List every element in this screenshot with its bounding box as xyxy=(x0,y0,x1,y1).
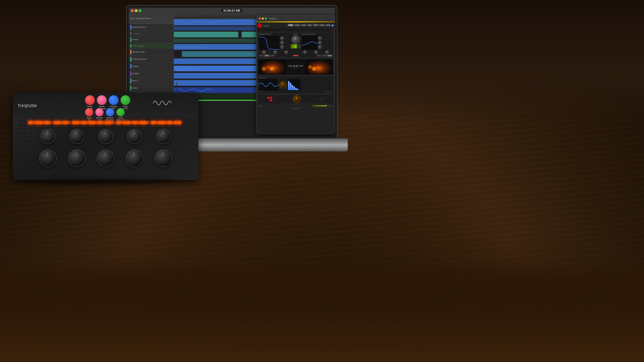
knob-row-bottom xyxy=(33,149,178,167)
red-dot-dim xyxy=(273,97,275,99)
hw-knob-4[interactable] xyxy=(127,129,142,144)
led xyxy=(130,121,132,124)
plugin-minimize[interactable] xyxy=(262,18,264,20)
led xyxy=(86,121,88,124)
hw-knob-6[interactable] xyxy=(39,149,57,167)
mode-btn-4[interactable]: LP xyxy=(316,55,321,57)
bassline-drive-button[interactable] xyxy=(95,108,104,116)
guitar-harmonics-button[interactable] xyxy=(116,108,125,116)
plugin-nav-main[interactable]: Main xyxy=(288,24,294,26)
track-item[interactable]: Bassline xyxy=(129,70,174,77)
mode-btn-1[interactable]: LP xyxy=(259,55,264,57)
mode-btn-2[interactable]: BP xyxy=(264,55,269,57)
red-dot-dim xyxy=(267,99,269,101)
track-item[interactable]: Bassline (Piano) xyxy=(129,24,174,31)
track-item[interactable]: — subtrack xyxy=(129,31,174,36)
led xyxy=(156,121,158,124)
plugin-nav-gate[interactable]: Gate xyxy=(294,24,300,26)
track-item[interactable]: Bass 1 xyxy=(129,77,174,84)
svg-point-5 xyxy=(270,67,274,71)
filter-bottom-knob-2[interactable] xyxy=(273,50,277,54)
mode-btn-5[interactable]: BP xyxy=(322,55,327,57)
led xyxy=(149,121,151,124)
tube-ctrl-2[interactable] xyxy=(298,65,303,67)
right-filter-knob-3[interactable] xyxy=(318,45,322,49)
master-cutoff-button[interactable] xyxy=(85,95,95,105)
mode-btn-3[interactable]: HP xyxy=(270,55,275,57)
preset-row: ● --- ● xyxy=(258,28,334,31)
filter-knob-1[interactable] xyxy=(280,37,284,40)
svg-point-4 xyxy=(266,65,269,68)
hw-knob-7[interactable] xyxy=(68,149,86,167)
track-item[interactable]: Bassline Guitar xyxy=(129,48,174,56)
led xyxy=(160,121,163,124)
harmonics-knob[interactable] xyxy=(279,81,286,89)
svg-point-7 xyxy=(312,67,316,71)
right-filter-knob-2[interactable] xyxy=(318,41,322,45)
filter-bottom-knob-6[interactable] xyxy=(325,50,329,54)
fullscreen-button[interactable] xyxy=(139,9,141,12)
minimize-button[interactable] xyxy=(135,9,138,12)
close-button[interactable] xyxy=(131,9,134,12)
led xyxy=(107,121,109,124)
plugin-nav-midi[interactable]: MIDI xyxy=(313,24,319,26)
master-mix-button[interactable] xyxy=(85,108,93,116)
harmonics-section: Harmonics xyxy=(258,76,334,94)
filter-bottom-knob-3[interactable] xyxy=(284,50,288,54)
plugin-titlebar: freqtube xyxy=(257,16,335,21)
tube-ctrl-1[interactable] xyxy=(288,65,293,67)
hw-knob-3[interactable] xyxy=(98,129,113,144)
mode-btn-6[interactable]: HP xyxy=(327,55,332,57)
led xyxy=(70,121,72,124)
drive-knob[interactable] xyxy=(292,36,300,44)
right-filter-controls xyxy=(302,36,333,50)
hw-knob-8[interactable] xyxy=(97,149,115,167)
waveform-logo-icon xyxy=(152,97,173,109)
track-item[interactable]: freqspin xyxy=(129,63,174,70)
guitar-drive-button[interactable] xyxy=(121,95,130,105)
led xyxy=(47,121,49,124)
filter-bottom-knob-1[interactable] xyxy=(262,50,266,54)
hw-knob-1[interactable] xyxy=(40,129,56,144)
bassline-harmonics-button[interactable] xyxy=(106,108,114,116)
filter-knob-3[interactable] xyxy=(280,45,284,49)
parallel-filter-label: PARALLEL FILTER xyxy=(302,33,333,35)
preset-red-dot: ● xyxy=(332,29,333,31)
hw-knob-5[interactable] xyxy=(156,129,171,144)
right-filter-knob-1[interactable] xyxy=(318,37,322,40)
mix-knob[interactable] xyxy=(293,95,301,103)
plugin-title-text: freqtube xyxy=(269,18,276,20)
master-harmonics-button[interactable] xyxy=(97,95,107,105)
filter-bottom-knob-4[interactable] xyxy=(303,50,307,54)
led xyxy=(35,121,37,124)
track-item[interactable]: Guitar ambience xyxy=(129,43,174,48)
led xyxy=(177,121,179,124)
plugin-close[interactable] xyxy=(259,18,261,20)
noise-meter xyxy=(312,105,333,106)
led xyxy=(96,121,98,124)
hw-knob-2[interactable] xyxy=(69,129,84,144)
track-item[interactable]: Guitar (ambience) xyxy=(129,56,174,63)
filter-bottom-knob-5[interactable] xyxy=(314,50,318,54)
led xyxy=(114,121,116,124)
plugin-expand[interactable] xyxy=(265,18,267,20)
plugin-nav-view[interactable]: View xyxy=(319,24,325,26)
track-item[interactable]: Guitar xyxy=(129,84,174,92)
hw-knob-9[interactable] xyxy=(125,149,143,167)
hw-knob-10[interactable] xyxy=(154,149,172,167)
bassline-mix-button[interactable] xyxy=(109,95,118,105)
led xyxy=(144,121,146,124)
svg-point-6 xyxy=(308,65,312,69)
filter-knob-2[interactable] xyxy=(280,41,284,45)
plugin-nav-edit[interactable]: Edit xyxy=(326,24,331,26)
led xyxy=(75,121,77,124)
plugin-nav-info[interactable]: Info xyxy=(307,24,312,26)
power-button[interactable] xyxy=(258,23,262,28)
plugin-nav-para[interactable]: Para xyxy=(301,24,307,26)
harmonics-controls xyxy=(259,79,332,91)
led xyxy=(61,121,63,124)
track-item[interactable]: Guitars xyxy=(129,36,174,43)
led xyxy=(174,121,176,124)
filter-row: PRIMARY FILTER xyxy=(259,33,332,50)
red-dot xyxy=(270,99,272,101)
